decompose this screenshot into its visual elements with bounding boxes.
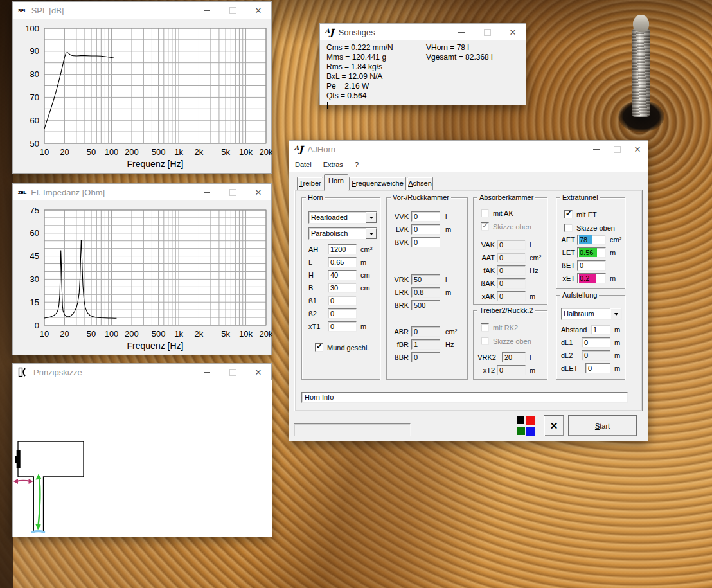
impedance-titlebar[interactable]: ZEL El. Impedanz [Ohm] ✕ [13,184,271,200]
close-button[interactable]: ✕ [245,184,271,200]
maximize-button[interactable] [220,364,245,380]
dropdown-button[interactable] [366,228,377,239]
input-l[interactable]: 0.65 [328,257,357,267]
checkbox-mit-ak[interactable]: mit AK [481,209,513,217]
tab-frequenzweiche-label: Frequenzweiche [352,179,404,187]
aufstellung-combobox[interactable]: Halbraum [561,308,622,320]
svg-text:10: 10 [40,147,49,157]
ajhorn-main-window: AJ AJHorn ✕ Datei Extras ? Treiber Horn … [289,140,648,441]
close-button[interactable]: ✕ [627,141,648,157]
checkbox-mund-geschl[interactable]: Mund geschl. [315,343,369,352]
minimize-icon [204,10,210,11]
ajhorn-app-icon: AJ [294,144,303,154]
input-let[interactable]: 0.56 [577,247,606,258]
svg-text:200: 200 [125,329,139,339]
input-xet[interactable]: 0.2 [577,273,606,283]
horn-contour-combobox[interactable]: Parabolisch [308,227,377,240]
input-b[interactable]: 30 [328,283,357,293]
label-beta2: ß2 [308,308,317,319]
checkbox-icon [481,337,489,345]
minimize-button[interactable] [449,24,474,40]
tab-frequenzweiche[interactable]: Frequenzweiche [349,177,406,190]
unit-l: m [360,257,366,267]
input-xt1[interactable]: 0 [328,321,357,332]
label-xt1: xT1 [308,321,320,332]
label-xet: xET [558,273,575,283]
menu-help[interactable]: ? [349,157,364,172]
label-vvk: VVK [392,211,409,222]
label-abstand: Abstand [561,325,587,335]
speaker-icon [18,367,29,377]
input-beta1[interactable]: 0 [328,296,357,306]
input-abstand[interactable]: 1 [591,325,610,335]
menu-datei[interactable]: Datei [289,157,317,172]
input-vvk[interactable]: 0 [411,211,440,222]
spl-titlebar[interactable]: SPL SPL [dB] ✕ [13,2,271,19]
checkbox-skizze-oben-et[interactable]: Skizze oben [564,224,615,232]
x-icon: ✕ [550,421,558,431]
svg-text:Frequenz [Hz]: Frequenz [Hz] [127,341,184,351]
label-lvk: LVK [392,224,409,235]
svg-text:75: 75 [30,206,39,215]
color-swatch-blue[interactable] [526,427,535,436]
main-titlebar[interactable]: AJ AJHorn ✕ [289,141,648,157]
label-aat: AAT [477,253,495,263]
svg-text:60: 60 [30,116,39,125]
checkbox-label: mit RK2 [493,324,518,332]
dropdown-button[interactable] [366,212,377,223]
group-treiber2: Treiber2/Rückk.2 mit RK2 Skizze oben VRK… [473,310,547,380]
horn-info-field[interactable]: Horn Info [301,392,628,403]
dropdown-button[interactable] [610,308,621,319]
tab-horn[interactable]: Horn [324,174,348,191]
color-swatch-green[interactable] [517,427,525,435]
minimize-button[interactable] [194,2,220,19]
input-aet[interactable]: 78 [577,235,606,245]
color-swatch-red[interactable] [526,416,535,425]
horn-type-combobox[interactable]: Rearloaded [308,211,377,224]
input-h[interactable]: 40 [328,270,357,280]
svg-text:20k: 20k [260,147,272,157]
maximize-button[interactable] [607,141,627,157]
input-dlet[interactable]: 0 [585,363,610,373]
tab-treiber[interactable]: Treiber [297,177,323,190]
minimize-button[interactable] [194,184,220,200]
sketch-titlebar[interactable]: Prinzipskizze ✕ [13,364,271,380]
menu-extras[interactable]: Extras [317,157,349,172]
chevron-down-icon [614,313,618,316]
minimize-button[interactable] [586,141,607,157]
checkbox-icon [315,343,323,352]
unit-vak: l [530,240,531,250]
sonstiges-titlebar[interactable]: AJ Sonstiges ✕ [320,24,526,40]
close-icon: ✕ [255,368,262,377]
tab-achsen-label: Achsen [408,179,432,187]
svg-text:5k: 5k [221,147,230,157]
unit-abstand: m [614,325,620,335]
color-swatch-black[interactable] [517,416,524,424]
maximize-button[interactable] [220,184,245,200]
svg-text:10k: 10k [239,147,253,157]
label-lrk: LRK [392,287,409,298]
input-vrk: 50 [411,274,440,285]
unit-aat: cm² [530,253,541,263]
close-button[interactable]: ✕ [500,24,526,40]
tab-achsen[interactable]: Achsen [407,177,433,190]
input-bvk[interactable]: 0 [411,237,440,247]
cancel-button[interactable]: ✕ [544,415,564,436]
impedance-window-title: El. Impedanz [Ohm] [31,188,105,197]
minimize-button[interactable] [194,364,220,380]
start-button[interactable]: Start [568,415,637,436]
maximize-button[interactable] [220,2,245,19]
input-bak: 0 [497,278,526,289]
close-button[interactable]: ✕ [245,364,271,380]
input-beta2[interactable]: 0 [328,308,357,319]
input-lvk[interactable]: 0 [411,224,440,235]
close-button[interactable]: ✕ [245,2,271,19]
maximize-button[interactable] [474,24,500,40]
input-bbr: 0 [411,352,440,362]
input-ah[interactable]: 1200 [328,244,357,254]
svg-text:1k: 1k [174,329,183,339]
input-bet[interactable]: 0 [577,260,606,271]
unit-fak: Hz [530,265,538,276]
input-dl1[interactable]: 0 [582,337,610,348]
checkbox-mit-et[interactable]: mit ET [564,210,597,218]
